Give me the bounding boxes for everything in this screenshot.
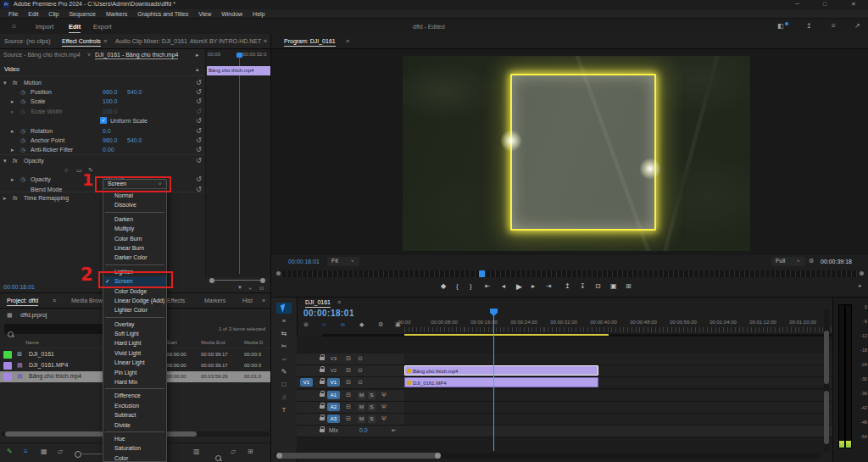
ripple-edit-tool-icon[interactable]: ⇆	[278, 330, 290, 337]
program-timecode[interactable]: 00:00:18:01	[288, 259, 320, 264]
track-lane[interactable]	[404, 402, 839, 413]
menu-item-hard-mix[interactable]: Hard Mix	[103, 377, 166, 387]
menu-item-linear-burn[interactable]: Linear Burn	[103, 243, 166, 253]
menu-help[interactable]: Help	[248, 11, 270, 17]
selection-tool[interactable]	[276, 303, 292, 314]
list-view-icon[interactable]: ≡	[24, 448, 28, 455]
automate-to-sequence-icon[interactable]: ▥	[193, 448, 200, 455]
opacity-section-label[interactable]: Opacity	[24, 156, 44, 165]
pen-tool-icon[interactable]: ✎	[278, 368, 290, 376]
solo-button[interactable]: S	[368, 415, 376, 423]
tab-effects[interactable]: Effects	[167, 298, 185, 303]
ec-playhead-line[interactable]	[239, 58, 240, 274]
lock-icon[interactable]	[320, 381, 325, 384]
menu-item-color-burn[interactable]: Color Burn	[103, 234, 166, 243]
reset-icon[interactable]: ↺	[196, 136, 202, 145]
tab-sequence[interactable]: DJI_0161	[305, 299, 331, 308]
tab-markers[interactable]: Markers	[204, 298, 225, 303]
mark-out-icon[interactable]: }	[470, 281, 472, 292]
scroll-handle-right[interactable]	[435, 453, 441, 459]
master-clip-label[interactable]: DJI_0161 - Bảng chú thích.mp4	[95, 52, 178, 59]
mix-volume-value[interactable]: 0.0	[359, 427, 368, 433]
scrubber-handle-right[interactable]	[860, 271, 864, 276]
menu-item-divide[interactable]: Divide	[103, 420, 166, 430]
position-label[interactable]: Position	[31, 87, 52, 97]
item-name[interactable]: DJI_0161.MP4	[29, 362, 68, 368]
menu-view[interactable]: View	[193, 11, 216, 17]
timeline-hscrollbar[interactable]	[275, 453, 821, 459]
menu-item-overlay[interactable]: Overlay	[103, 320, 166, 329]
rotation-value[interactable]: 0.0	[103, 126, 111, 136]
stopwatch-icon[interactable]: ◷	[20, 97, 25, 106]
add-marker-icon[interactable]: ◆	[441, 281, 446, 292]
menu-item-darker-color[interactable]: Darker Color	[103, 253, 166, 262]
writable-icon[interactable]: ✎	[7, 448, 13, 455]
ec-clip-bar[interactable]: Bảng chú thích.mp4	[207, 66, 271, 75]
menu-item-difference[interactable]: Difference	[103, 391, 166, 400]
nest-icon[interactable]: ⊛	[303, 321, 309, 328]
track-target-v1[interactable]: V1	[327, 378, 340, 387]
motion-label[interactable]: Motion	[24, 78, 42, 87]
label-color-chip[interactable]	[3, 373, 12, 381]
twirl-closed-icon[interactable]: ▸	[11, 175, 14, 184]
column-media-duration[interactable]: Media D	[244, 340, 263, 345]
menu-item-subtract[interactable]: Subtract	[103, 410, 166, 420]
rect-mask-icon[interactable]: ▭	[76, 165, 82, 175]
mute-button[interactable]: M	[358, 392, 365, 399]
scroll-handle-left[interactable]	[276, 453, 282, 459]
stopwatch-icon[interactable]: ◷	[20, 145, 25, 154]
scroll-thumb[interactable]	[5, 431, 197, 437]
lock-icon[interactable]	[320, 405, 325, 409]
track-target-a3[interactable]: A3	[327, 415, 340, 423]
menu-item-linear-dodge[interactable]: Linear Dodge (Add)	[103, 296, 166, 305]
insert-icon[interactable]: ▣	[610, 281, 617, 292]
scrubber-handle-left[interactable]	[276, 271, 281, 276]
column-media-end[interactable]: Media End	[201, 340, 225, 345]
track-select-tool-icon[interactable]: »	[278, 317, 290, 325]
new-bin-icon[interactable]: ▱	[231, 448, 236, 455]
position-y-value[interactable]: 540.0	[127, 87, 142, 97]
item-name[interactable]: Bảng chú thích.mp4	[29, 373, 81, 379]
track-target-v2[interactable]: V2	[327, 366, 340, 375]
menu-sequence[interactable]: Sequence	[64, 11, 101, 17]
anti-flicker-value[interactable]: 0.00	[103, 145, 114, 154]
scale-label[interactable]: Scale	[31, 97, 46, 106]
menu-item-darken[interactable]: Darken	[103, 214, 166, 224]
source-patch-icon[interactable]: ⊟	[346, 379, 351, 386]
menu-edit[interactable]: Edit	[23, 11, 43, 17]
source-patch-icon[interactable]: ⊟	[346, 415, 351, 422]
menu-clip[interactable]: Clip	[43, 11, 64, 17]
menu-markers[interactable]: Markers	[101, 11, 132, 17]
lift-icon[interactable]: ↥	[565, 281, 570, 292]
timeline-playhead-line[interactable]	[493, 309, 494, 451]
ec-timecode[interactable]: 00:00:18:01	[3, 284, 35, 290]
extract-icon[interactable]: ↧	[580, 281, 586, 292]
tab-overflow-icon[interactable]: »	[264, 38, 267, 44]
keyframe-prev-icon[interactable]: ⇤	[392, 427, 397, 434]
solo-button[interactable]: S	[368, 404, 376, 411]
zoom-level-select[interactable]: Fit ˅	[327, 257, 359, 266]
twirl-closed-icon[interactable]: ▸	[11, 145, 14, 154]
freeform-view-icon[interactable]: ▱	[58, 448, 63, 455]
menu-item-hard-light[interactable]: Hard Light	[103, 338, 166, 348]
uniform-scale-checkbox[interactable]: ✓	[100, 117, 107, 124]
icon-view-icon[interactable]: ▦	[41, 448, 47, 455]
project-breadcrumb[interactable]: dffd.prproj	[20, 312, 47, 318]
lock-icon[interactable]	[320, 393, 325, 397]
voiceover-mic-icon[interactable]: Ψ	[381, 415, 387, 421]
source-patch-icon[interactable]: ⊟	[346, 367, 351, 374]
settings-wrench-icon[interactable]: ⚙	[809, 258, 814, 264]
twirl-open-icon[interactable]: ▾	[3, 156, 7, 165]
add-button-icon[interactable]: +	[858, 281, 862, 292]
tab-edit[interactable]: Edit	[69, 23, 81, 33]
stopwatch-icon[interactable]: ◷	[20, 175, 25, 184]
compare-view-icon[interactable]: ⊡	[259, 285, 264, 291]
ec-zoom-scrollbar[interactable]	[209, 278, 265, 282]
track-visibility-eye-icon[interactable]: ⊙	[358, 367, 363, 374]
mute-button[interactable]: M	[358, 415, 365, 423]
clip-v2-selected[interactable]: Bảng chú thích.mp4	[404, 365, 598, 376]
tab-history[interactable]: Hist	[242, 298, 253, 303]
video-frame[interactable]	[403, 56, 750, 251]
fullscreen-icon[interactable]: ↗	[854, 22, 860, 30]
find-icon[interactable]	[215, 455, 221, 461]
